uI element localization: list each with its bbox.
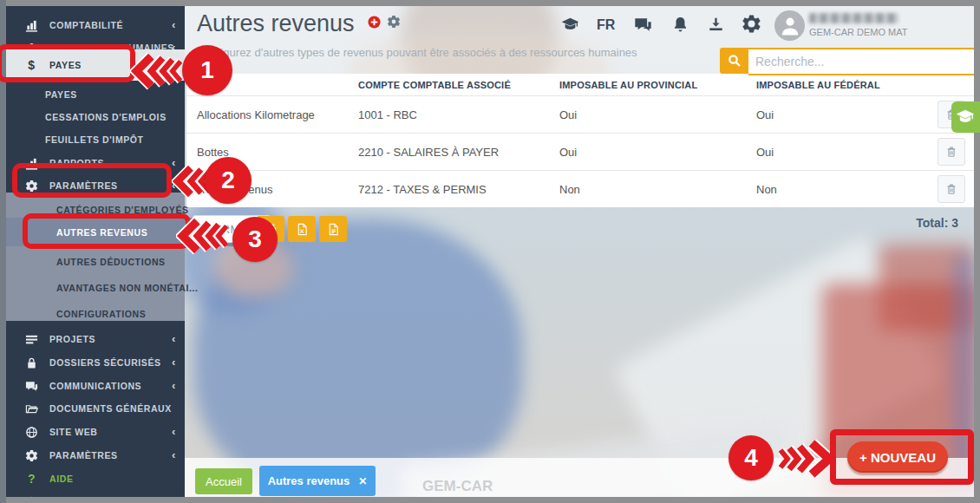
sidebar-item-avantages-non-monetaires[interactable]: AVANTAGES NON MONÉTAI... [6, 277, 235, 299]
column-header-federal: IMPOSABLE AU FÉDÉRAL [756, 80, 922, 90]
cell-account: 7212 - TAXES & PERMIS [358, 183, 559, 196]
table-header-row: NOM COMPTE COMPTABLE ASSOCIÉ IMPOSABLE A… [186, 74, 974, 95]
chevron-left-icon: ‹ [172, 18, 176, 31]
messages-chat-icon[interactable] [634, 16, 652, 37]
list-icon [25, 333, 38, 346]
tutorials-graduation-cap-icon[interactable] [561, 16, 579, 37]
chat-icon [25, 380, 38, 393]
sidebar-item-comptabilite[interactable]: COMPTABILITÉ ‹ [6, 14, 185, 36]
sidebar-item-payes-parent[interactable]: $ PAYES [6, 49, 185, 81]
help-graduation-cap-button[interactable] [951, 101, 980, 133]
sidebar-item-autres-deductions[interactable]: AUTRES DÉDUCTIONS [6, 251, 235, 273]
column-header-nom: NOM [197, 80, 358, 90]
settings-gear-icon[interactable] [742, 14, 761, 37]
delete-trash-button[interactable] [938, 138, 965, 166]
cell-provincial: Oui [559, 146, 756, 159]
export-pdf-button[interactable] [319, 216, 347, 242]
frame-bottom [0, 497, 980, 503]
frame-top [0, 0, 980, 6]
table-row[interactable]: Autres revenus 7212 - TAXES & PERMIS Non… [186, 170, 974, 207]
folder-icon [25, 402, 38, 415]
chevron-left-icon: ‹ [172, 156, 176, 169]
sidebar-item-rapports[interactable]: RAPPORTS ‹ [6, 152, 185, 174]
tab-close-icon[interactable]: ✕ [358, 475, 367, 487]
chevron-left-icon: ‹ [172, 379, 176, 392]
notifications-bell-icon[interactable] [671, 16, 689, 37]
printer-icon [265, 223, 278, 236]
user-avatar[interactable] [774, 10, 805, 41]
cell-federal: Oui [756, 146, 922, 159]
page-title: Autres revenus [197, 10, 355, 37]
sidebar-item-configurations[interactable]: CONFIGURATIONS [6, 303, 235, 325]
chevron-left-icon: ‹ [172, 356, 176, 369]
pdf-file-icon [327, 223, 340, 236]
cell-name: Autres revenus [197, 183, 358, 196]
gear-icon [25, 449, 38, 462]
chevron-left-icon: ‹ [172, 179, 176, 192]
chevron-left-icon: ‹ [172, 448, 176, 461]
bar-chart-icon [25, 157, 38, 170]
sidebar-nav: COMPTABILITÉ ‹ RESSOURCES HUMAINES ‹ $ P… [6, 6, 185, 497]
column-header-compte: COMPTE COMPTABLE ASSOCIÉ [358, 80, 559, 90]
frame-right [974, 0, 980, 503]
question-icon: ? [25, 473, 38, 486]
user-name-redacted [809, 13, 898, 23]
frame-left [0, 0, 6, 503]
gear-icon [25, 180, 38, 193]
bar-chart-icon [25, 19, 38, 32]
chevron-left-icon: ‹ [172, 425, 176, 438]
cell-account: 2210 - SALAIRES À PAYER [358, 146, 559, 159]
sidebar-item-aide[interactable]: ? AIDE [6, 467, 185, 490]
tab-label: Autres revenus [268, 474, 350, 487]
download-icon[interactable] [707, 16, 725, 37]
cell-account: 1001 - RBC [358, 108, 559, 121]
table-row[interactable]: Bottes 2210 - SALAIRES À PAYER Oui Oui [186, 133, 974, 170]
excel-file-icon [296, 223, 309, 236]
total-count-label: Total: 3 [854, 216, 958, 230]
graduation-cap-icon [956, 108, 975, 127]
export-excel-button[interactable] [288, 216, 316, 242]
search-input[interactable] [748, 48, 976, 75]
search-button[interactable] [720, 48, 748, 74]
search-icon [728, 54, 742, 68]
sidebar-item-dossiers-securises[interactable]: DOSSIERS SÉCURISÉS ‹ [6, 351, 185, 374]
app-window: Autres revenus Configurez d'autres types… [0, 0, 980, 503]
dollar-icon: $ [25, 59, 38, 72]
column-header-provincial: IMPOSABLE AU PROVINCIAL [559, 80, 756, 90]
delete-trash-button[interactable] [938, 175, 965, 203]
page-subtitle: Configurez d'autres types de revenus pou… [197, 46, 637, 59]
sidebar-item-communications[interactable]: COMMUNICATIONS ‹ [6, 375, 185, 397]
language-switcher[interactable]: FR [597, 17, 615, 33]
table-row[interactable]: Allocations Kilometrage 1001 - RBC Oui O… [186, 95, 974, 133]
cell-federal: Oui [756, 108, 922, 121]
user-account-label: GEM-CAR DEMO MAT [809, 27, 907, 37]
sidebar-item-site-web[interactable]: SITE WEB ‹ [6, 421, 185, 443]
revenues-table: NOM COMPTE COMPTABLE ASSOCIÉ IMPOSABLE A… [186, 74, 974, 207]
cell-federal: Non [756, 183, 922, 196]
sidebar-item-parametres[interactable]: PARAMÈTRES ‹ [6, 444, 185, 467]
photo-watermark: GEM-CAR [422, 478, 493, 495]
chevron-left-icon: ‹ [172, 332, 176, 345]
tab-home[interactable]: Accueil [195, 468, 252, 494]
globe-icon [25, 426, 38, 439]
lock-icon [25, 356, 38, 369]
sidebar-item-documents-generaux[interactable]: DOCUMENTS GÉNÉRAUX [6, 397, 185, 420]
add-circle-icon[interactable] [368, 16, 381, 29]
new-button[interactable]: + NOUVEAU [847, 441, 948, 473]
tab-autres-revenus[interactable]: Autres revenus ✕ [259, 466, 376, 496]
cell-name: Allocations Kilometrage [197, 108, 358, 121]
cell-provincial: Oui [559, 108, 756, 121]
sidebar-item-projets[interactable]: PROJETS ‹ [6, 328, 185, 350]
page-settings-gear-icon[interactable] [387, 15, 401, 29]
print-button[interactable] [257, 216, 284, 242]
cell-provincial: Non [559, 183, 756, 196]
cell-name: Bottes [197, 146, 358, 159]
